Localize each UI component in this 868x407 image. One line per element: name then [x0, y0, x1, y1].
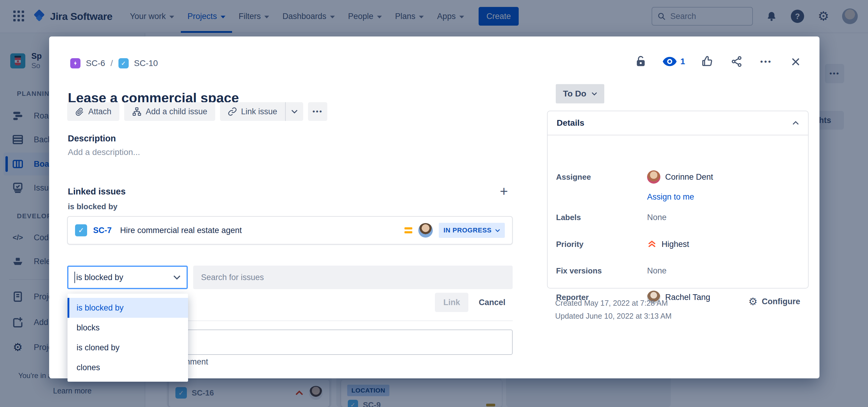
task-check-icon: ✓ — [75, 224, 87, 237]
breadcrumb-separator: / — [111, 59, 113, 68]
field-labels: Labels None — [556, 209, 801, 226]
breadcrumb-current-link[interactable]: SC-10 — [134, 59, 158, 68]
link-submit-button[interactable]: Link — [435, 293, 469, 312]
menu-option-is-blocked-by[interactable]: is blocked by — [67, 298, 188, 318]
priority-medium-icon — [404, 227, 412, 233]
chevron-down-icon — [592, 92, 597, 96]
chevron-down-icon — [291, 109, 298, 114]
linked-issue-summary: Hire commercial real estate agent — [120, 226, 242, 235]
modal-actions: 1 ••• × — [633, 54, 803, 69]
description-placeholder[interactable]: Add a description... — [68, 148, 140, 157]
attach-button[interactable]: Attach — [67, 102, 119, 121]
priority-value[interactable]: Highest — [647, 239, 689, 249]
status-dropdown[interactable]: To Do — [556, 84, 604, 103]
linked-issue-status-dropdown[interactable]: IN PROGRESS — [439, 223, 505, 238]
link-type-select[interactable]: is blocked by — [67, 265, 188, 289]
linked-issues-label: Linked issues — [68, 187, 126, 196]
link-group-label: is blocked by — [68, 202, 118, 211]
menu-option-is-cloned-by[interactable]: is cloned by — [67, 338, 188, 357]
link-icon — [228, 107, 237, 116]
assignee-value[interactable]: Corinne Dent — [647, 170, 713, 184]
add-linked-issue-icon[interactable]: + — [496, 183, 512, 199]
menu-option-clones[interactable]: clones — [67, 357, 188, 377]
field-assign-to-me: Assign to me — [556, 188, 801, 205]
cancel-button[interactable]: Cancel — [471, 293, 513, 312]
breadcrumb: SC-6 / ✓ SC-10 — [70, 58, 158, 68]
paperclip-icon — [75, 107, 84, 116]
like-icon[interactable] — [700, 54, 715, 69]
assignee-avatar[interactable] — [418, 223, 433, 238]
chevron-down-icon — [495, 229, 500, 232]
more-actions-icon[interactable]: ••• — [758, 54, 774, 69]
details-panel: Details Assignee Corinne Dent Assign to … — [547, 111, 809, 288]
epic-icon — [70, 58, 81, 68]
configure-button[interactable]: ⚙ Configure — [748, 296, 800, 307]
eye-icon — [663, 57, 677, 66]
chevron-up-icon — [792, 121, 799, 125]
updated-timestamp: Updated June 10, 2022 at 3:13 AM — [555, 312, 672, 320]
linked-issue-key[interactable]: SC-7 — [93, 226, 112, 235]
description-label: Description — [68, 133, 116, 144]
text-cursor — [74, 272, 75, 283]
gear-icon: ⚙ — [748, 296, 757, 307]
link-type-menu: is blocked by blocks is cloned by clones — [67, 294, 188, 382]
assign-to-me-link[interactable]: Assign to me — [647, 192, 694, 202]
field-priority: Priority Highest — [556, 236, 801, 253]
fix-versions-value[interactable]: None — [647, 266, 667, 276]
breadcrumb-parent-link[interactable]: SC-6 — [86, 59, 105, 68]
assignee-avatar — [647, 170, 660, 184]
chevron-down-icon — [173, 275, 181, 280]
watchers-control[interactable]: 1 — [663, 57, 685, 66]
field-fix-versions: Fix versions None — [556, 262, 801, 279]
lock-icon[interactable] — [633, 54, 648, 69]
jira-page: Jira Software Your work Projects Filters… — [0, 0, 868, 407]
priority-highest-icon — [647, 239, 657, 249]
share-icon[interactable] — [729, 54, 744, 69]
field-assignee: Assignee Corinne Dent — [556, 168, 801, 185]
close-icon[interactable]: × — [788, 54, 803, 69]
link-issue-dropdown-button[interactable] — [285, 102, 303, 121]
task-icon: ✓ — [119, 58, 129, 68]
add-child-issue-button[interactable]: Add a child issue — [124, 102, 215, 121]
link-type-value: is blocked by — [76, 273, 172, 282]
issue-toolbar: Attach Add a child issue Link issue ••• — [67, 102, 327, 121]
link-issue-split-button: Link issue — [220, 102, 303, 121]
created-timestamp: Created May 17, 2022 at 7:28 AM — [555, 299, 668, 308]
menu-option-blocks[interactable]: blocks — [67, 318, 188, 338]
child-issues-icon — [132, 107, 142, 116]
watcher-count: 1 — [680, 57, 685, 66]
labels-value[interactable]: None — [647, 213, 667, 222]
toolbar-more-button[interactable]: ••• — [308, 102, 327, 121]
details-header[interactable]: Details — [548, 111, 808, 135]
issue-search-input[interactable] — [193, 265, 513, 289]
link-issue-button[interactable]: Link issue — [220, 102, 285, 121]
linked-issue-row[interactable]: ✓ SC-7 Hire commercial real estate agent… — [67, 216, 513, 245]
